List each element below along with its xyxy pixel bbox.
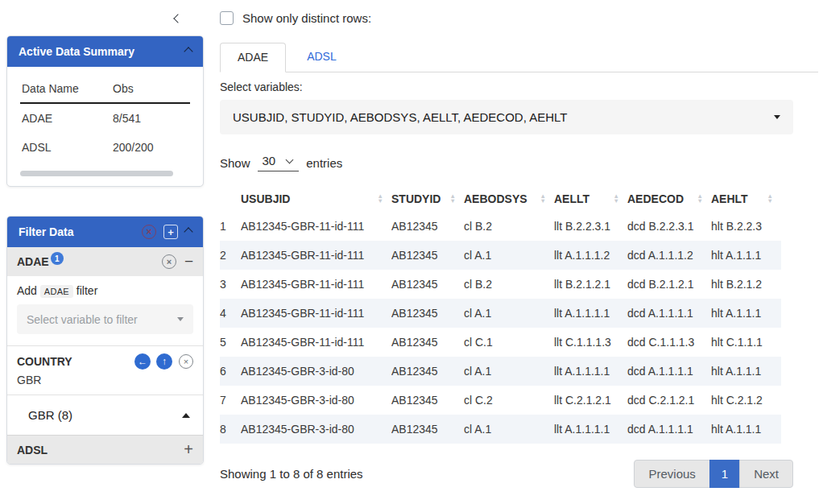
column-header-aehlt[interactable]: AEHLT▲▼ [711,189,781,212]
column-header-aebodsys[interactable]: AEBODSYS▲▼ [464,189,554,212]
add-adsl-filter-icon[interactable]: + [184,440,193,459]
filter-data-header[interactable]: Filter Data × + [7,217,203,247]
column-header-aellt[interactable]: AELLT▲▼ [554,189,627,212]
filter-variable-select[interactable]: Select variable to filter [17,304,193,334]
adae-filter-count-badge: 1 [51,252,64,265]
summary-col-obs: Obs [113,82,190,95]
table-cell: cl A.1 [464,241,554,270]
table-row: 3AB12345-GBR-11-id-111AB12345cl B.2llt B… [220,270,781,299]
distinct-rows-checkbox[interactable] [220,11,234,25]
table-row: 7AB12345-GBR-3-id-80AB12345cl C.2llt C.2… [220,386,781,415]
row-number-cell: 7 [220,386,241,415]
table-footer: Showing 1 to 8 of 8 entries Previous 1 N… [220,460,793,488]
variables-multiselect[interactable]: USUBJID, STUDYID, AEBODSYS, AELLT, AEDEC… [220,100,793,134]
table-cell: AB12345-GBR-11-id-111 [241,328,391,357]
sidebar: Active Data Summary Data Name Obs ADAE8/… [0,0,206,504]
table-cell: AB12345 [391,212,464,241]
table-cell: dcd A.1.1.1.1 [627,299,711,328]
table-cell: hlt B.2.2.3 [711,212,781,241]
table-cell: dcd C.1.1.1.3 [627,328,711,357]
table-cell: hlt A.1.1.1 [711,415,781,444]
tab-adsl[interactable]: ADSL [286,43,358,72]
table-cell: dcd A.1.1.1.1 [627,415,711,444]
dataset-tabs: ADAEADSL [220,43,818,72]
filter-section-adsl[interactable]: ADSL + [7,435,203,464]
active-data-summary-panel: Active Data Summary Data Name Obs ADAE8/… [6,35,204,187]
sort-icon: ▲▼ [450,194,456,204]
page-length-select[interactable]: 30 [258,154,300,171]
table-cell: AB12345-GBR-3-id-80 [241,357,391,386]
table-cell: llt A.1.1.1.1 [554,299,627,328]
row-number-cell: 3 [220,270,241,299]
table-row: 1AB12345-GBR-11-id-111AB12345cl B.2llt B… [220,212,781,241]
distinct-rows-control: Show only distinct rows: [220,8,818,27]
summary-row: ADSL200/200 [20,133,190,162]
country-filter-back-icon[interactable]: ← [134,353,151,370]
table-row: 4AB12345-GBR-11-id-111AB12345cl A.1llt A… [220,299,781,328]
caret-down-icon [177,317,184,321]
remove-all-filters-icon[interactable]: × [142,225,156,239]
summary-row: ADAE8/541 [20,104,190,133]
page-1-button[interactable]: 1 [709,460,740,488]
previous-page-button[interactable]: Previous [634,460,709,488]
filter-section-adsl-label: ADSL [17,444,48,456]
table-cell: hlt C.1.1.1 [711,328,781,357]
filter-section-adae[interactable]: ADAE 1 × − [7,247,203,276]
add-filter-panel-icon[interactable]: + [163,225,178,239]
filter-section-adae-label: ADAE [17,255,49,268]
summary-col-data-name: Data Name [20,82,113,95]
table-cell: dcd B.2.2.3.1 [627,212,711,241]
table-cell: llt B.2.2.3.1 [554,212,627,241]
tab-adae[interactable]: ADAE [220,43,286,72]
summary-table-body: ADAE8/541ADSL200/200 [20,104,190,162]
table-cell: cl C.2 [464,386,554,415]
sort-icon: ▲▼ [378,194,383,204]
table-cell: AB12345 [391,270,464,299]
column-header-usubjid[interactable]: USUBJID▲▼ [241,189,391,212]
column-header-studyid[interactable]: STUDYID▲▼ [391,189,464,212]
filter-data-panel: Filter Data × + ADAE 1 × − Add ADAE filt… [6,216,204,465]
table-cell: hlt A.1.1.1 [711,357,781,386]
add-adae-filter-block: Add ADAE filter Select variable to filte… [7,276,203,345]
table-info: Showing 1 to 8 of 8 entries [220,467,363,481]
table-cell: dcd C.2.1.2.1 [627,386,711,415]
column-header-aedecod[interactable]: AEDECOD▲▼ [627,189,711,212]
table-cell: AB12345-GBR-3-id-80 [241,386,391,415]
filter-panel-collapse-button[interactable] [185,229,192,235]
chevron-up-icon [184,227,192,236]
sort-icon: ▲▼ [697,194,703,204]
table-row: 8AB12345-GBR-3-id-80AB12345cl A.1llt A.1… [220,415,781,444]
sort-icon: ▲▼ [767,194,773,204]
summary-table: Data Name Obs ADAE8/541ADSL200/200 [20,77,190,162]
table-cell: AB12345-GBR-11-id-111 [241,299,391,328]
distinct-rows-label: Show only distinct rows: [242,11,371,25]
summary-horizontal-scrollbar[interactable] [20,171,173,176]
table-cell: dcd A.1.1.1.1 [627,357,711,386]
chevron-up-icon [184,47,192,56]
row-number-cell: 5 [220,328,241,357]
row-number-cell: 2 [220,241,241,270]
table-cell: AB12345 [391,241,464,270]
country-filter-variable: COUNTRY [17,355,129,368]
data-table-header-row: USUBJID▲▼STUDYID▲▼AEBODSYS▲▼AELLT▲▼AEDEC… [220,189,781,212]
add-filter-dataset-chip: ADAE [40,285,73,298]
row-number-cell: 6 [220,357,241,386]
table-cell: AB12345-GBR-11-id-111 [241,212,391,241]
remove-country-filter-icon[interactable]: × [179,354,193,369]
country-filter-up-icon[interactable]: ↑ [156,353,172,370]
remove-adae-filters-icon[interactable]: × [162,254,176,269]
caret-down-icon [774,115,780,119]
next-page-button[interactable]: Next [739,460,793,488]
active-data-summary-header[interactable]: Active Data Summary [7,36,203,67]
table-cell: AB12345-GBR-11-id-111 [241,270,391,299]
sort-icon: ▲▼ [614,194,619,204]
summary-obs-count: 200/200 [113,141,190,154]
active-data-summary-title: Active Data Summary [19,45,134,58]
collapse-adae-section-icon[interactable]: − [184,253,193,271]
country-filter-selection[interactable]: GBR (8) [7,395,203,435]
country-filter-selected-option: GBR (8) [28,408,182,422]
table-cell: llt C.1.1.1.3 [554,328,627,357]
table-cell: hlt A.1.1.1 [711,299,781,328]
collapse-sidebar-button[interactable] [172,7,184,28]
add-filter-text-suffix: filter [77,284,97,297]
